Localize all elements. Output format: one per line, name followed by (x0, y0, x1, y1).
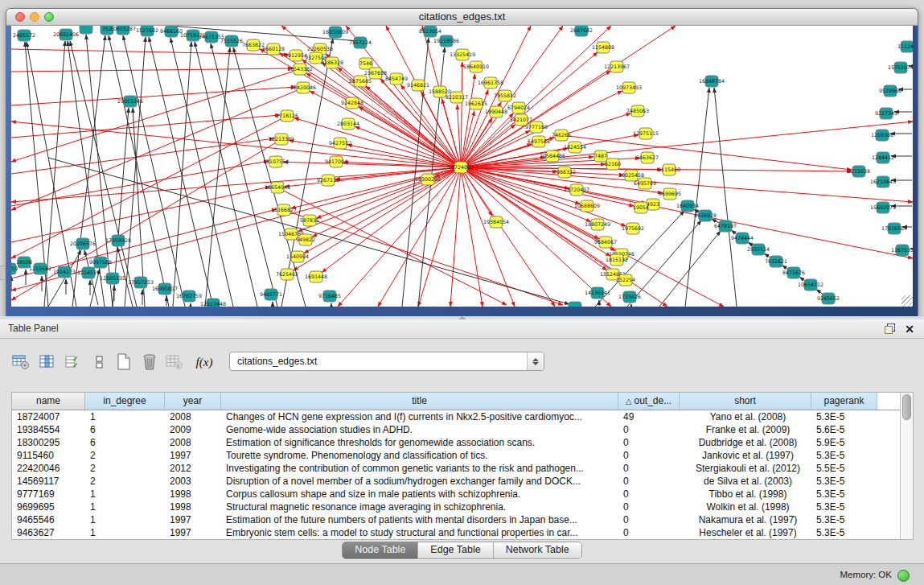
table-cell[interactable]: Embryonic stem cells: a model to study s… (221, 526, 618, 539)
table-cell[interactable]: 1 (85, 410, 165, 423)
tab-network-table[interactable]: Network Table (493, 542, 581, 558)
table-cell[interactable]: 6 (85, 423, 165, 436)
table-row[interactable]: 1456911722003Disruption of a novel membe… (12, 475, 913, 488)
table-cell[interactable]: Tourette syndrome. Phenomenology and cla… (221, 449, 618, 462)
column-header-in_degree[interactable]: in_degree (85, 393, 165, 410)
table-cell[interactable]: Yano et al. (2008) (680, 410, 811, 423)
table-cell[interactable]: 18724007 (12, 410, 85, 423)
table-dropdown[interactable]: citations_edges.txt (229, 352, 544, 371)
table-cell[interactable]: 2 (85, 475, 165, 488)
table-cell[interactable]: 1 (85, 501, 165, 513)
table-cell[interactable]: 5.9E-5 (811, 436, 877, 449)
table-cell[interactable]: Investigating the contribution of common… (221, 462, 618, 475)
network-canvas[interactable]: 2405572206914063521065528715276028466160… (11, 26, 913, 307)
table-columns-icon[interactable] (36, 350, 59, 374)
table-cell[interactable]: 5.3E-5 (811, 410, 877, 423)
table-cell[interactable]: Franke et al. (2009) (680, 423, 811, 436)
vertical-scrollbar[interactable] (900, 393, 913, 539)
table-row[interactable]: 969969511998Structural magnetic resonanc… (12, 501, 913, 513)
table-cell[interactable]: de Silva et al. (2003) (680, 475, 811, 488)
close-window-button[interactable] (15, 12, 25, 22)
scrollbar-thumb[interactable] (902, 394, 911, 420)
table-cell[interactable]: 5.3E-5 (811, 513, 877, 526)
table-cell[interactable]: Hescheler et al. (1997) (680, 526, 811, 539)
new-table-icon[interactable] (113, 350, 135, 374)
table-cell[interactable]: 0 (618, 475, 680, 488)
table-cell[interactable]: 0 (618, 449, 680, 462)
minimize-window-button[interactable] (30, 12, 39, 22)
table-cell[interactable]: 9699695 (12, 501, 85, 513)
table-cell[interactable]: 2009 (165, 423, 221, 436)
table-cell[interactable]: 2008 (165, 436, 221, 449)
table-cell[interactable]: 5.3E-5 (811, 501, 877, 513)
table-cell[interactable]: 0 (618, 423, 680, 436)
table-cell[interactable]: 2 (85, 449, 165, 462)
table-cell[interactable]: 1998 (165, 488, 221, 501)
table-row[interactable]: 2242004622012Investigating the contribut… (12, 462, 913, 475)
table-cell[interactable]: Estimation of significance thresholds fo… (221, 436, 618, 449)
table-cell[interactable]: 0 (618, 462, 680, 475)
table-cell[interactable]: 1997 (165, 513, 221, 526)
table-cell[interactable]: Jankovic et al. (1997) (680, 449, 811, 462)
table-cell[interactable]: Changes of HCN gene expression and I(f) … (221, 410, 618, 423)
table-cell[interactable]: 9777169 (12, 488, 85, 501)
table-cell[interactable]: Wolkin et al. (1998) (680, 501, 811, 513)
table-row[interactable]: 946554611997Estimation of the future num… (12, 513, 913, 526)
resize-grip[interactable] (901, 295, 913, 307)
table-cell[interactable]: Tibbo et al. (1998) (680, 488, 811, 501)
table-cell[interactable]: 14569117 (12, 475, 85, 488)
table-cell[interactable]: 5.3E-5 (811, 488, 877, 501)
table-cell[interactable]: Genome-wide association studies in ADHD. (221, 423, 618, 436)
graph-node[interactable] (569, 302, 581, 307)
table-cell[interactable]: Estimation of the future numbers of pati… (221, 513, 618, 526)
table-select-icon[interactable]: ✓✓ (62, 350, 84, 374)
table-cell[interactable]: 19384554 (12, 423, 85, 436)
tab-edge-table[interactable]: Edge Table (417, 542, 492, 558)
graph-node[interactable] (80, 26, 92, 34)
table-cell[interactable]: 1 (85, 526, 165, 539)
table-row[interactable]: 977716911998Corpus callosum shape and si… (12, 488, 913, 501)
table-cell[interactable]: Structural magnetic resonance image aver… (221, 501, 618, 513)
table-cell[interactable]: 2012 (165, 462, 221, 475)
table-cell[interactable]: 1 (85, 488, 165, 501)
tab-node-table[interactable]: Node Table (343, 542, 417, 558)
column-header-name[interactable]: name (12, 393, 85, 410)
table-cell[interactable]: 2 (85, 462, 165, 475)
table-row[interactable]: 1830029562008Estimation of significance … (12, 436, 913, 449)
table-cell[interactable]: 2003 (165, 475, 221, 488)
table-cell[interactable]: 49 (618, 410, 680, 423)
table-cell[interactable]: 9115460 (12, 449, 85, 462)
table-settings-icon[interactable] (10, 350, 32, 374)
table-cell[interactable]: Dudbridge et al. (2008) (680, 436, 811, 449)
table-cell[interactable]: 1998 (165, 501, 221, 513)
table-cell[interactable]: 5.5E-5 (811, 462, 877, 475)
float-panel-icon[interactable] (885, 323, 895, 334)
table-cell[interactable]: 0 (618, 526, 680, 539)
column-header-out_de[interactable]: △out_de... (618, 393, 680, 410)
table-cell[interactable]: Stergiakouli et al. (2012) (680, 462, 811, 475)
column-header-year[interactable]: year (165, 393, 221, 410)
table-row[interactable]: 946362711997Embryonic stem cells: a mode… (12, 526, 913, 539)
table-cell[interactable]: 5.3E-5 (811, 449, 877, 462)
table-cell[interactable]: 9463627 (12, 526, 85, 539)
table-cell[interactable]: 0 (618, 488, 680, 501)
table-cell[interactable]: 9465546 (12, 513, 85, 526)
table-cell[interactable]: 1 (85, 513, 165, 526)
table-cell[interactable]: 18300295 (12, 436, 85, 449)
table-cell[interactable]: 2008 (165, 410, 221, 423)
table-row[interactable]: 911546021997Tourette syndrome. Phenomeno… (12, 449, 913, 462)
close-panel-icon[interactable]: ✕ (905, 323, 914, 335)
zoom-window-button[interactable] (44, 12, 54, 22)
table-cell[interactable]: 5.3E-5 (811, 475, 877, 488)
dropdown-stepper-icon[interactable] (527, 352, 544, 370)
column-header-pagerank[interactable]: pagerank (811, 393, 877, 410)
table-cell[interactable]: 0 (618, 501, 680, 513)
memory-ok-icon[interactable] (897, 570, 910, 582)
table-cell[interactable]: 22420046 (12, 462, 85, 475)
table-cell[interactable]: 5.6E-5 (811, 423, 877, 436)
column-header-title[interactable]: title (221, 393, 618, 410)
column-header-short[interactable]: short (680, 393, 811, 410)
collapsed-panel-handle[interactable] (0, 266, 6, 280)
table-row[interactable]: 1938455462009Genome-wide association stu… (12, 423, 913, 436)
table-cell[interactable]: 0 (618, 513, 680, 526)
